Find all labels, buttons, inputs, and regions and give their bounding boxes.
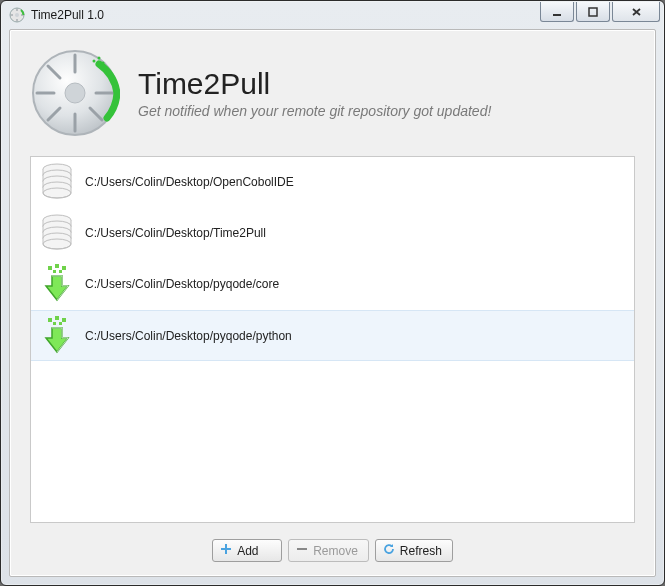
minus-icon bbox=[295, 542, 309, 559]
svg-rect-33 bbox=[53, 270, 56, 273]
button-bar: Add Remove Refresh bbox=[10, 531, 655, 576]
app-logo-icon bbox=[30, 48, 120, 138]
repo-list[interactable]: C:/Users/Colin/Desktop/OpenCobolIDEC:/Us… bbox=[30, 156, 635, 523]
svg-rect-6 bbox=[553, 14, 561, 16]
list-item[interactable]: C:/Users/Colin/Desktop/OpenCobolIDE bbox=[31, 157, 634, 208]
svg-point-1 bbox=[15, 13, 19, 17]
svg-rect-30 bbox=[48, 266, 52, 270]
pull-available-icon bbox=[39, 316, 75, 356]
minimize-button[interactable] bbox=[540, 2, 574, 22]
app-subtitle: Get notified when your remote git reposi… bbox=[138, 103, 491, 119]
svg-rect-31 bbox=[55, 264, 59, 268]
app-name: Time2Pull bbox=[138, 67, 491, 101]
svg-rect-38 bbox=[53, 322, 56, 325]
repo-path: C:/Users/Colin/Desktop/pyqode/core bbox=[85, 277, 279, 291]
window-frame: Time2Pull 1.0 bbox=[0, 0, 665, 586]
app-icon-small bbox=[9, 7, 25, 23]
svg-point-19 bbox=[102, 62, 105, 65]
close-button[interactable] bbox=[612, 2, 660, 22]
svg-rect-35 bbox=[48, 318, 52, 322]
add-label: Add bbox=[237, 544, 258, 558]
list-item[interactable]: C:/Users/Colin/Desktop/pyqode/python bbox=[31, 310, 634, 361]
repo-path: C:/Users/Colin/Desktop/Time2Pull bbox=[85, 226, 266, 240]
header: Time2Pull Get notified when your remote … bbox=[10, 30, 655, 146]
repo-clean-icon bbox=[39, 162, 75, 202]
svg-rect-32 bbox=[62, 266, 66, 270]
header-text: Time2Pull Get notified when your remote … bbox=[138, 67, 491, 119]
add-button[interactable]: Add bbox=[212, 539, 282, 562]
remove-label: Remove bbox=[313, 544, 358, 558]
repo-path: C:/Users/Colin/Desktop/pyqode/python bbox=[85, 329, 292, 343]
refresh-icon bbox=[382, 542, 396, 559]
plus-icon bbox=[219, 542, 233, 559]
svg-rect-34 bbox=[59, 270, 62, 273]
svg-point-9 bbox=[65, 83, 85, 103]
list-item[interactable]: C:/Users/Colin/Desktop/Time2Pull bbox=[31, 208, 634, 259]
svg-rect-37 bbox=[62, 318, 66, 322]
repo-path: C:/Users/Colin/Desktop/OpenCobolIDE bbox=[85, 175, 294, 189]
maximize-button[interactable] bbox=[576, 2, 610, 22]
svg-point-18 bbox=[98, 57, 101, 60]
repo-clean-icon bbox=[39, 213, 75, 253]
remove-button[interactable]: Remove bbox=[288, 539, 369, 562]
svg-point-17 bbox=[93, 60, 96, 63]
refresh-button[interactable]: Refresh bbox=[375, 539, 453, 562]
refresh-label: Refresh bbox=[400, 544, 442, 558]
pull-available-icon bbox=[39, 264, 75, 304]
svg-rect-39 bbox=[59, 322, 62, 325]
list-item[interactable]: C:/Users/Colin/Desktop/pyqode/core bbox=[31, 259, 634, 310]
titlebar[interactable]: Time2Pull 1.0 bbox=[1, 1, 664, 29]
window-controls bbox=[540, 2, 660, 22]
svg-rect-7 bbox=[589, 8, 597, 16]
window-title: Time2Pull 1.0 bbox=[31, 8, 104, 22]
svg-rect-36 bbox=[55, 316, 59, 320]
client-area: Time2Pull Get notified when your remote … bbox=[9, 29, 656, 577]
